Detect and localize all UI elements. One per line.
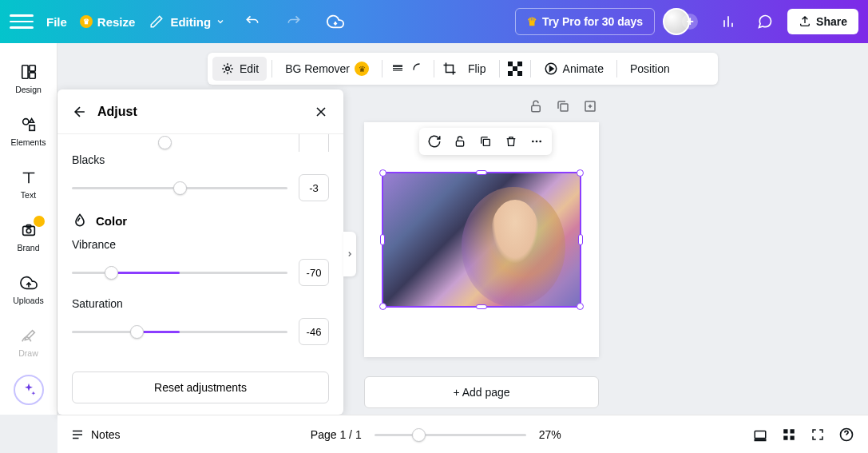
transparency-button[interactable] [505,57,525,81]
corner-button[interactable] [408,57,429,81]
resize-handle[interactable] [578,234,583,245]
regenerate-icon[interactable] [426,133,443,150]
editing-label: Editing [170,15,211,29]
saturation-slider[interactable] [72,324,287,340]
lock-element-icon[interactable] [451,133,469,150]
resize-handle[interactable] [379,303,386,310]
flip-label: Flip [468,62,486,75]
edit-icon [220,62,235,76]
svg-rect-2 [29,73,34,78]
crown-icon: ♛ [355,62,369,76]
svg-rect-29 [791,429,795,433]
position-button[interactable]: Position [622,58,678,80]
resize-handle[interactable] [476,304,487,309]
cloud-sync-icon[interactable] [321,7,350,36]
crop-button[interactable] [439,57,460,81]
selected-image[interactable] [382,172,581,308]
svg-point-24 [536,141,538,143]
text-icon [19,168,38,187]
notes-button[interactable]: Notes [70,427,121,442]
try-pro-button[interactable]: ♛ Try Pro for 30 days [515,8,655,35]
chevron-down-icon [216,17,225,26]
panel-collapse-tab[interactable] [343,232,356,276]
share-button[interactable]: Share [787,9,858,34]
bg-remover-label: BG Remover [285,62,350,75]
vibrance-label: Vibrance [72,238,329,251]
resize-handle[interactable] [379,169,386,177]
sidebar-item-text[interactable]: Text [3,158,54,209]
resize-button[interactable]: ♛ Resize [80,15,136,29]
svg-rect-14 [513,66,517,71]
sidebar-item-label: Elements [11,137,46,147]
add-member-button[interactable]: + [682,14,698,30]
svg-rect-16 [517,71,522,76]
svg-rect-22 [483,139,489,145]
undo-button[interactable] [238,7,267,36]
svg-rect-30 [783,435,787,439]
comment-icon[interactable] [751,7,779,36]
sidebar-item-draw[interactable]: Draw [3,316,54,368]
color-section-label: Color [96,214,127,228]
reset-adjustments-button[interactable]: Reset adjustments [72,372,329,403]
add-page-label: + Add page [453,386,509,399]
sidebar-item-label: Uploads [13,296,44,305]
add-page-icon[interactable] [581,97,599,115]
saturation-value[interactable]: -46 [299,318,329,345]
border-style-button[interactable] [387,57,408,81]
upload-icon [799,15,811,28]
page-indicator: Page 1 / 1 [311,428,362,441]
vibrance-value[interactable]: -70 [299,259,329,286]
magic-button[interactable] [14,375,44,405]
svg-rect-19 [561,104,568,111]
zoom-slider[interactable] [375,427,526,443]
delete-icon[interactable] [502,133,520,150]
sidebar-item-uploads[interactable]: Uploads [3,264,54,315]
adjust-title: Adjust [97,105,303,119]
flip-button[interactable]: Flip [460,58,494,80]
fullscreen-icon[interactable] [809,426,826,443]
more-icon[interactable] [528,133,545,150]
menu-hamburger[interactable] [10,10,34,34]
saturation-label: Saturation [72,297,329,310]
analytics-icon[interactable] [714,7,743,36]
svg-point-3 [22,119,28,125]
sidebar-item-brand[interactable]: Brand [3,211,54,262]
sidebar-item-elements[interactable]: Elements [3,105,54,157]
svg-rect-26 [755,431,766,438]
file-label: File [46,15,67,29]
bg-remover-button[interactable]: BG Remover ♛ [277,57,377,81]
svg-rect-12 [508,62,513,66]
grid-view-icon[interactable] [780,426,798,443]
redo-button[interactable] [279,7,308,36]
animate-label: Animate [563,62,604,75]
sidebar-item-design[interactable]: Design [3,53,54,104]
add-page-button[interactable]: + Add page [364,376,599,408]
resize-handle[interactable] [476,170,487,175]
thumbnail-view-icon[interactable] [751,426,769,443]
resize-handle[interactable] [577,303,584,310]
close-button[interactable] [313,104,329,120]
animate-icon [544,62,558,76]
share-label: Share [816,15,847,28]
help-icon[interactable] [838,426,855,443]
duplicate-page-icon[interactable] [554,97,572,115]
svg-rect-10 [393,68,402,70]
resize-handle[interactable] [577,169,584,177]
blacks-slider[interactable] [72,180,287,196]
svg-rect-28 [783,429,787,433]
back-button[interactable] [72,104,88,120]
copy-element-icon[interactable] [477,133,494,150]
resize-handle[interactable] [380,234,385,245]
lock-icon[interactable] [527,97,545,115]
svg-rect-11 [393,70,402,71]
blacks-value[interactable]: -3 [299,174,329,201]
svg-rect-4 [29,125,34,130]
vibrance-slider[interactable] [72,264,287,280]
element-toolbar [419,128,552,155]
svg-rect-1 [29,66,34,71]
edit-button[interactable]: Edit [212,57,267,81]
color-icon [72,213,88,228]
animate-button[interactable]: Animate [536,57,612,81]
file-menu[interactable]: File [46,15,67,29]
editing-menu[interactable]: Editing [148,13,225,30]
